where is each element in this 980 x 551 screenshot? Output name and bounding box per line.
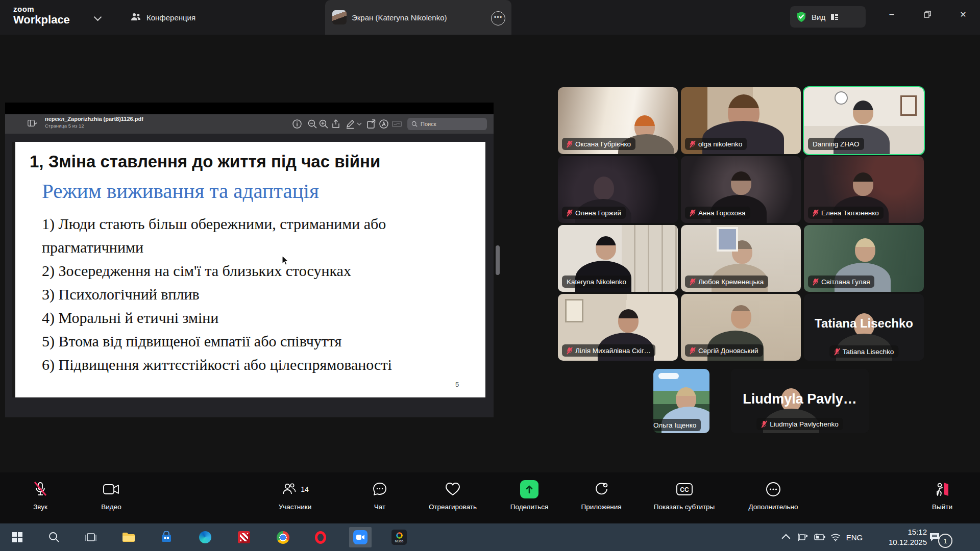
video-button[interactable]: Видео	[94, 480, 128, 511]
close-button[interactable]: ✕	[951, 0, 975, 29]
tray-cast-icon[interactable]	[795, 523, 811, 551]
mute-button[interactable]: Звук	[22, 480, 58, 511]
taskbar-search-button[interactable]	[47, 530, 61, 544]
tab-more-options-icon[interactable]: •••	[491, 11, 505, 26]
tab-screen-label: Экран (Kateryna Nikolenko)	[352, 13, 447, 22]
pdf-page-area: 1, Зміна ставлення до життя під час війн…	[5, 134, 494, 417]
notification-count-badge: 1	[938, 534, 952, 548]
tray-language[interactable]: ENG	[843, 523, 866, 551]
opera-browser-icon[interactable]	[313, 530, 328, 544]
chrome-logo	[277, 531, 289, 544]
tray-expand-chevron[interactable]	[780, 523, 794, 551]
react-button[interactable]: Отреагировать	[420, 480, 486, 511]
muted-mic-icon	[690, 278, 695, 286]
video-tile[interactable]: Анна Горохова	[681, 156, 801, 223]
pdf-search-box[interactable]: Поиск	[407, 118, 487, 130]
window-titlebar: zoom Workplace Конференция Экран (Katery…	[0, 0, 980, 35]
muted-mic-icon	[690, 140, 695, 148]
edge-browser-icon[interactable]	[198, 530, 212, 544]
participant-name: Анна Горохова	[698, 209, 746, 217]
people-icon	[130, 12, 141, 22]
video-tile[interactable]: Олена Горжий	[558, 156, 678, 223]
opera-logo	[315, 531, 326, 544]
view-control[interactable]: Вид	[790, 6, 866, 28]
wall-clock	[835, 91, 848, 105]
minimize-button[interactable]: –	[880, 0, 903, 29]
pdf-title-block: перекл_Zaporizhzhia (part8)1126.pdf Стра…	[45, 116, 143, 129]
muted-mic-icon	[761, 420, 767, 428]
video-tile-no-video[interactable]: Liudmyla Pavly… Liudmyla Pavlychenko	[731, 369, 869, 433]
logo-zoom-text: zoom	[13, 5, 70, 13]
store-bag-icon	[160, 531, 173, 543]
chrome-browser-icon[interactable]	[276, 530, 290, 544]
view-label: Вид	[812, 13, 825, 21]
notification-count: 1	[943, 537, 947, 545]
video-tile[interactable]: Kateryna Nikolenko	[558, 225, 678, 292]
wall-photo	[717, 227, 738, 252]
slide-list-item: 5) Втома від підвищеної емпатії або спів…	[42, 330, 465, 353]
tray-wifi-icon[interactable]	[828, 523, 843, 551]
participant-name: Олена Горжий	[575, 209, 621, 217]
m365-label: M365	[395, 539, 403, 543]
video-tile[interactable]: Світлана Гулая	[804, 225, 924, 292]
scrollbar-thumb[interactable]	[496, 245, 500, 275]
search-icon	[48, 531, 60, 543]
video-tile[interactable]: Елена Тютюненко	[804, 156, 924, 223]
chat-icon	[372, 482, 387, 497]
participant-display-name: Tatiana Lisechko	[804, 316, 924, 331]
video-tile-active-speaker[interactable]: Danning ZHAO	[804, 87, 924, 154]
tray-battery-icon[interactable]	[812, 523, 827, 551]
file-explorer-icon[interactable]	[121, 530, 136, 544]
signature-icon[interactable]	[392, 119, 402, 129]
video-tile[interactable]: Любов Кременецька	[681, 225, 801, 292]
video-label: Видео	[94, 503, 128, 511]
share-export-icon[interactable]	[331, 119, 341, 129]
slide-body-list: 1) Люди стають більш обережними, стриман…	[42, 212, 465, 377]
leave-meeting-button[interactable]: Выйти	[923, 480, 962, 511]
minimize-icon: –	[890, 10, 894, 19]
m365-app-icon[interactable]: M365	[389, 530, 409, 544]
more-button[interactable]: Дополнительно	[739, 480, 807, 511]
video-tile[interactable]: Сергій Доновський	[681, 294, 801, 361]
tab-conference-label: Конференция	[146, 13, 195, 22]
pdf-window-top	[5, 103, 494, 114]
participants-icon	[281, 482, 297, 497]
circle-a-icon[interactable]	[379, 119, 389, 129]
heart-icon	[445, 482, 461, 497]
tab-screen-share-active[interactable]: Экран (Kateryna Nikolenko)	[325, 0, 511, 35]
captions-button[interactable]: CC Показать субтитры	[642, 480, 726, 511]
cloud	[658, 373, 679, 379]
tray-clock[interactable]: 15:12 10.12.2025	[865, 527, 927, 547]
video-tile-no-video[interactable]: Tatiana Lisechko Tatiana Lisechko	[804, 294, 924, 361]
task-view-button[interactable]	[84, 530, 98, 544]
info-icon[interactable]	[292, 119, 302, 129]
restore-button[interactable]	[916, 0, 939, 29]
start-button[interactable]	[10, 530, 24, 544]
apps-label: Приложения	[573, 503, 630, 511]
tab-conference[interactable]: Конференция	[130, 0, 195, 35]
chevron-down-icon[interactable]	[94, 13, 102, 21]
pen-dropdown-chevron-icon[interactable]	[356, 119, 362, 129]
share-screen-button[interactable]: Поделиться	[503, 480, 556, 511]
video-tile[interactable]: Ольга Іщенко	[653, 369, 709, 433]
sidebar-toggle-icon[interactable]	[28, 119, 38, 129]
annotate-pen-icon[interactable]	[345, 119, 355, 129]
video-tile[interactable]: Лілія Михайлівна Скіг…	[558, 294, 678, 361]
microsoft-store-icon[interactable]	[159, 530, 174, 544]
shared-screen: перекл_Zaporizhzhia (part8)1126.pdf Стра…	[5, 103, 494, 417]
muted-mic-icon	[567, 209, 572, 217]
video-tile[interactable]: olga nikolenko	[681, 87, 801, 154]
chat-button[interactable]: Чат	[365, 480, 394, 511]
apps-button[interactable]: Приложения	[573, 480, 630, 511]
open-new-window-icon[interactable]	[366, 119, 377, 129]
app-icon-red[interactable]	[237, 530, 251, 544]
zoom-out-icon[interactable]	[307, 119, 317, 129]
video-tile[interactable]: Оксана Губрієнко	[558, 87, 678, 154]
zoom-app-taskbar-active[interactable]	[349, 527, 372, 547]
participants-button[interactable]: 14 Участники	[270, 480, 321, 511]
layout-grid-icon	[830, 13, 839, 21]
tray-date: 10.12.2025	[865, 537, 927, 547]
red-app-tile	[238, 531, 250, 543]
zoom-in-icon[interactable]	[318, 119, 329, 129]
apps-icon	[594, 482, 609, 497]
